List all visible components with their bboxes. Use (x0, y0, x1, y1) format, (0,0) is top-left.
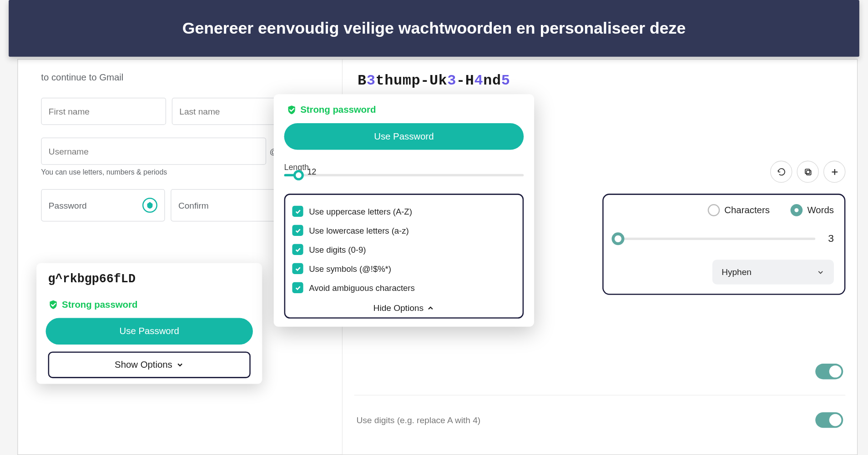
add-button[interactable] (823, 161, 845, 183)
first-name-input[interactable] (41, 98, 166, 125)
radio-characters-label: Characters (724, 205, 770, 215)
radio-icon-selected (791, 204, 803, 216)
copy-button[interactable] (797, 161, 819, 183)
strength-indicator-large: Strong password (284, 105, 524, 115)
banner-title: Genereer eenvoudig veilige wachtwoorden … (9, 0, 859, 57)
hide-options-label: Hide Options (373, 303, 424, 313)
username-input[interactable] (41, 138, 266, 165)
confirm-placeholder: Confirm (178, 200, 209, 210)
radio-words-label: Words (807, 205, 834, 215)
divider (354, 395, 845, 395)
word-count-value: 3 (823, 232, 834, 245)
shield-check-icon (287, 105, 297, 115)
password-placeholder: Password (49, 200, 87, 210)
confirm-input[interactable]: Confirm (171, 189, 278, 221)
strength-label: Strong password (62, 300, 137, 310)
password-input[interactable]: Password (41, 189, 165, 221)
option-label: Use symbols (@!$%*) (309, 264, 391, 273)
toggle-digits-label: Use digits (e.g. replace A with 4) (357, 415, 481, 425)
svg-rect-0 (806, 170, 811, 175)
strength-label-large: Strong password (300, 105, 376, 115)
options-box: Use uppercase letters (A-Z) Use lowercas… (284, 194, 524, 319)
username-helper: You can use letters, numbers & periods (41, 168, 278, 176)
chevron-down-icon (176, 361, 184, 369)
use-password-button-large[interactable]: Use Password (284, 123, 524, 150)
option-digits[interactable]: Use digits (0-9) (291, 240, 517, 259)
toggle-switch-digits[interactable] (815, 412, 843, 428)
word-count-slider[interactable] (614, 237, 816, 240)
option-label: Use uppercase letters (A-Z) (309, 207, 412, 216)
use-password-button[interactable]: Use Password (45, 318, 252, 345)
checkbox-icon[interactable] (292, 225, 303, 236)
separator-dropdown[interactable]: Hyphen (712, 260, 834, 285)
chevron-down-icon (817, 268, 825, 276)
option-label: Use digits (0-9) (309, 245, 366, 254)
generated-passphrase: B3thump-Uk3-H4nd5 (358, 72, 510, 89)
checkbox-icon[interactable] (292, 282, 303, 293)
password-popup-small: g^rkbgp66fLD Strong password Use Passwor… (36, 263, 262, 384)
svg-rect-1 (805, 169, 809, 173)
chevron-up-icon (426, 304, 434, 312)
option-label: Use lowercase letters (a-z) (309, 226, 409, 235)
banner-text: Genereer eenvoudig veilige wachtwoorden … (182, 18, 686, 39)
checkbox-icon[interactable] (292, 263, 303, 274)
show-options-button[interactable]: Show Options (48, 351, 251, 378)
separator-label: Hyphen (722, 267, 752, 277)
checkbox-icon[interactable] (292, 206, 303, 217)
slider-thumb[interactable] (611, 232, 624, 245)
option-uppercase[interactable]: Use uppercase letters (A-Z) (291, 202, 517, 221)
length-value: 12 (307, 167, 321, 176)
toggle-row-1 (815, 364, 843, 379)
option-ambiguous[interactable]: Avoid ambiguous characters (291, 278, 517, 297)
radio-characters[interactable]: Characters (707, 204, 769, 216)
toggle-switch-1[interactable] (815, 364, 843, 379)
checkbox-icon[interactable] (292, 244, 303, 255)
radio-words[interactable]: Words (791, 204, 834, 216)
password-popup-large: Strong password Use Password Length 12 U… (274, 94, 534, 326)
words-config-box: Characters Words 3 Hyphen (602, 194, 845, 295)
continue-text: to continue to Gmail (41, 72, 278, 83)
radio-icon (707, 204, 720, 216)
option-label: Avoid ambiguous characters (309, 283, 414, 292)
generated-password: g^rkbgp66fLD (45, 272, 252, 285)
shield-check-icon (48, 300, 59, 310)
content-area: to continue to Gmail @ You can use lette… (17, 59, 858, 455)
nordpass-icon[interactable] (142, 198, 157, 213)
option-lowercase[interactable]: Use lowercase letters (a-z) (291, 221, 517, 240)
strength-indicator: Strong password (45, 300, 252, 310)
toggle-row-digits: Use digits (e.g. replace A with 4) (357, 412, 843, 428)
slider-thumb[interactable] (293, 170, 304, 180)
show-options-label: Show Options (115, 360, 172, 370)
google-signup-form: to continue to Gmail @ You can use lette… (41, 72, 278, 221)
option-symbols[interactable]: Use symbols (@!$%*) (291, 259, 517, 278)
hide-options-button[interactable]: Hide Options (291, 303, 517, 313)
refresh-button[interactable] (770, 161, 792, 183)
